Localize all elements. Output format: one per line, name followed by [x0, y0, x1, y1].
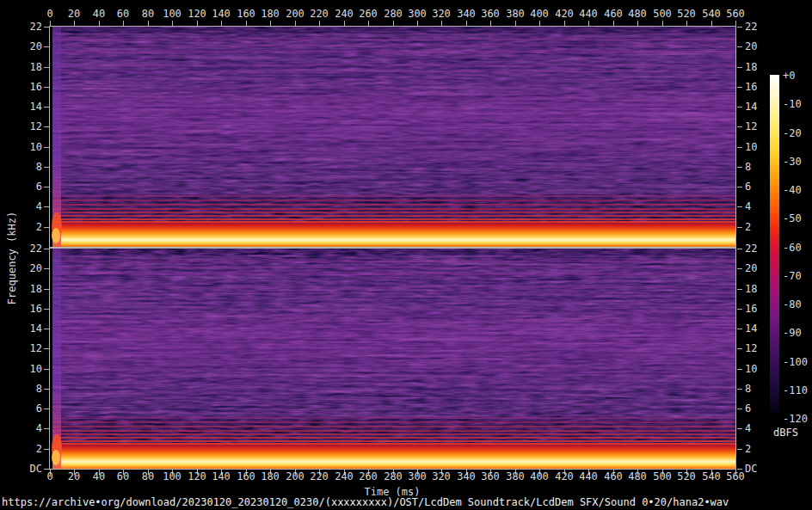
time-tick-label: 540	[702, 471, 721, 482]
freq-tick	[737, 409, 742, 409]
time-tick	[417, 21, 418, 26]
freq-tick	[737, 428, 742, 429]
freq-tick-label: 6	[745, 403, 751, 414]
spectrogram-channel-1-canvas	[50, 27, 735, 247]
colorbar-tick-label: -100	[783, 357, 808, 367]
time-tick-label: 40	[93, 9, 105, 19]
freq-tick-label: 22	[9, 22, 42, 32]
colorbar-tick-label: -110	[783, 385, 808, 396]
freq-tick-label: 20	[9, 41, 42, 52]
freq-tick	[44, 206, 49, 207]
time-tick-label: 520	[677, 9, 696, 19]
time-tick	[539, 21, 540, 26]
time-tick-label: 140	[212, 471, 231, 482]
time-tick	[613, 21, 614, 26]
hot-band	[50, 445, 735, 469]
colorbar-tick-label: -40	[783, 185, 802, 195]
time-tick-label: 220	[310, 471, 329, 482]
freq-tick	[737, 329, 742, 329]
freq-tick-label: 16	[9, 82, 42, 92]
spectrogram-channel-2-canvas	[50, 249, 735, 469]
freq-tick	[44, 268, 49, 269]
time-tick-label: 40	[93, 471, 105, 482]
freq-tick-label: DC	[745, 464, 757, 474]
freq-tick	[44, 389, 49, 390]
freq-tick	[44, 469, 49, 470]
freq-tick	[44, 27, 49, 28]
time-tick-label: 120	[188, 471, 206, 482]
source-path-text: https://archive•org/download/20230120_20…	[2, 497, 729, 508]
freq-tick	[737, 67, 742, 68]
freq-tick	[44, 187, 49, 187]
colorbar-gradient	[770, 75, 779, 414]
time-tick-label: 140	[212, 9, 231, 19]
time-tick	[221, 21, 222, 26]
time-tick	[564, 21, 565, 26]
freq-tick	[737, 46, 742, 47]
time-tick	[295, 21, 296, 26]
time-tick-label: 180	[261, 471, 280, 482]
hot-band	[50, 223, 735, 247]
time-tick-label: 480	[628, 471, 647, 482]
freq-tick-label: 16	[9, 304, 42, 314]
time-tick-label: 20	[68, 9, 80, 19]
time-tick-label: 560	[726, 9, 745, 19]
time-tick-label: 160	[237, 9, 255, 19]
time-tick-label: 380	[506, 471, 525, 482]
time-tick-label: 0	[46, 471, 52, 482]
time-tick-label: 480	[628, 9, 647, 19]
freq-tick-label: 12	[9, 343, 42, 353]
freq-tick	[737, 309, 742, 310]
channel-2-frame	[49, 248, 736, 470]
time-tick-label: 60	[117, 471, 129, 482]
freq-tick-label: 14	[745, 323, 757, 334]
time-tick-label: 440	[579, 471, 598, 482]
freq-tick-label: 6	[9, 403, 42, 414]
time-tick	[711, 21, 712, 26]
time-tick-label: 520	[677, 471, 696, 482]
freq-tick-label: 18	[9, 284, 42, 294]
colorbar-tick-label: -70	[783, 271, 802, 281]
freq-tick	[44, 107, 49, 108]
time-tick-label: 300	[408, 471, 427, 482]
freq-tick-label: DC	[9, 464, 42, 474]
freq-tick-label: 20	[745, 263, 757, 273]
time-tick	[50, 21, 51, 26]
time-tick	[197, 21, 198, 26]
time-tick	[99, 21, 100, 26]
time-tick-label: 0	[46, 9, 52, 19]
freq-tick	[737, 249, 742, 249]
time-tick-label: 80	[142, 9, 154, 19]
magenta-streak-layer	[50, 255, 735, 419]
freq-tick-label: 10	[745, 364, 757, 374]
freq-tick	[44, 227, 49, 228]
freq-tick-label: 10	[745, 142, 757, 152]
freq-tick-label: 18	[745, 284, 757, 294]
freq-tick-label: 2	[9, 444, 42, 454]
time-tick	[466, 21, 467, 26]
time-tick	[74, 21, 75, 26]
time-tick-label: 560	[726, 471, 745, 482]
colorbar-unit-label: dBFS	[773, 427, 798, 438]
freq-tick	[737, 369, 742, 370]
time-tick	[490, 21, 491, 26]
time-tick	[515, 21, 516, 26]
freq-tick-label: 10	[9, 364, 42, 374]
freq-tick-label: 6	[745, 181, 751, 192]
freq-tick-label: 2	[9, 222, 42, 232]
freq-tick	[737, 227, 742, 228]
freq-tick-label: 22	[9, 243, 42, 254]
freq-tick-label: 20	[9, 263, 42, 273]
freq-tick	[44, 309, 49, 310]
colorbar-tick-label: -20	[783, 128, 802, 138]
freq-tick-label: 16	[745, 82, 757, 92]
time-tick-label: 220	[310, 9, 329, 19]
time-tick-label: 400	[530, 471, 549, 482]
time-tick-label: 500	[653, 9, 672, 19]
freq-tick	[737, 107, 742, 108]
colorbar-tick-label: -30	[783, 157, 802, 167]
freq-tick-label: 8	[745, 162, 751, 172]
time-tick-label: 440	[579, 9, 598, 19]
freq-tick	[44, 369, 49, 370]
time-tick	[637, 21, 638, 26]
